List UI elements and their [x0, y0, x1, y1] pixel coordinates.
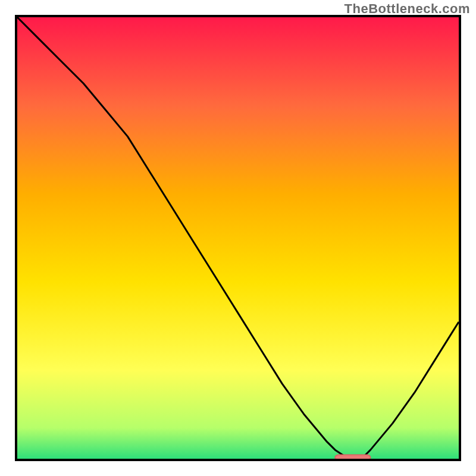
watermark-text: TheBottleneck.com — [345, 1, 470, 17]
plot-area — [15, 15, 461, 461]
curve-layer — [17, 17, 459, 459]
chart-frame: TheBottleneck.com — [0, 0, 476, 476]
minimum-marker — [335, 455, 370, 459]
bottleneck-curve — [17, 17, 459, 459]
